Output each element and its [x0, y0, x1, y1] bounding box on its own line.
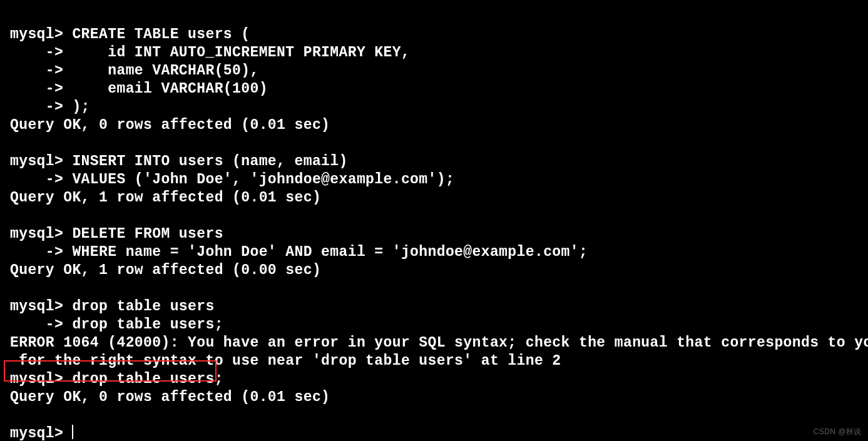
- terminal[interactable]: mysql> CREATE TABLE users ( -> id INT AU…: [0, 0, 868, 441]
- annotation-highlight: [4, 360, 217, 382]
- terminal-line: mysql> CREATE TABLE users (: [10, 26, 250, 43]
- terminal-line: mysql> drop table users: [10, 298, 215, 315]
- terminal-prompt[interactable]: mysql>: [10, 425, 72, 441]
- terminal-line: Query OK, 1 row affected (0.01 sec): [10, 190, 321, 206]
- terminal-line: Query OK, 1 row affected (0.00 sec): [10, 262, 321, 278]
- terminal-line: -> WHERE name = 'John Doe' AND email = '…: [10, 244, 588, 260]
- terminal-line: Query OK, 0 rows affected (0.01 sec): [10, 117, 330, 133]
- watermark: CSDN @秋说: [813, 427, 862, 437]
- terminal-line: mysql> INSERT INTO users (name, email): [10, 153, 348, 170]
- terminal-line: ERROR 1064 (42000): You have an error in…: [10, 335, 868, 351]
- terminal-line: -> );: [10, 99, 90, 115]
- terminal-line: -> name VARCHAR(50),: [10, 63, 259, 79]
- terminal-line: -> VALUES ('John Doe', 'johndoe@example.…: [10, 171, 454, 188]
- terminal-line: Query OK, 0 rows affected (0.01 sec): [10, 389, 330, 405]
- terminal-line: -> id INT AUTO_INCREMENT PRIMARY KEY,: [10, 44, 410, 61]
- terminal-line: -> drop table users;: [10, 317, 223, 333]
- terminal-line: -> email VARCHAR(100): [10, 81, 268, 97]
- cursor-icon: [72, 425, 73, 439]
- terminal-line: mysql> DELETE FROM users: [10, 226, 223, 242]
